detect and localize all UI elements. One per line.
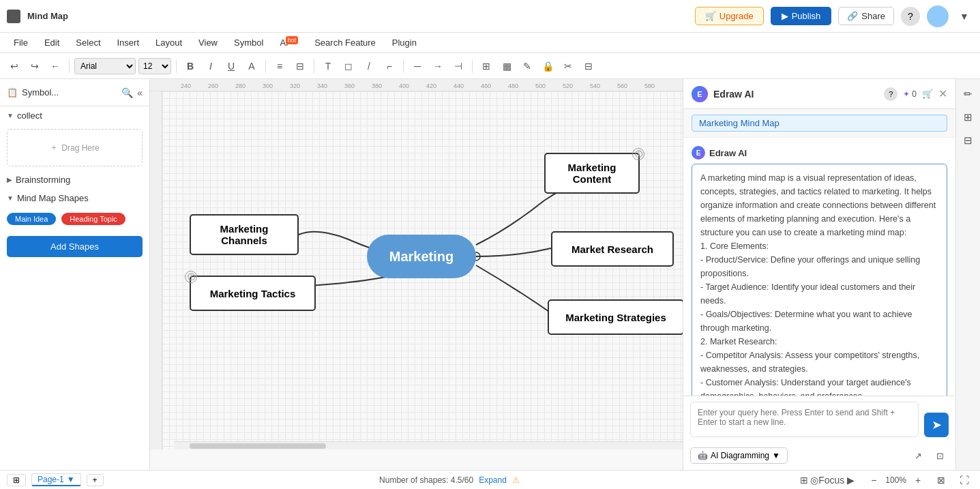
- fullscreen-button[interactable]: ⛶: [955, 471, 973, 489]
- collapse-icon[interactable]: «: [137, 87, 143, 98]
- italic-button[interactable]: I: [202, 57, 220, 75]
- arrow-button[interactable]: →: [429, 57, 447, 75]
- chip-heading-topic[interactable]: Heading Topic: [61, 213, 125, 225]
- marketing-content-info-icon[interactable]: ⓘ: [632, 148, 644, 160]
- menu-insert[interactable]: Insert: [110, 35, 147, 50]
- align2-button[interactable]: ⊟: [291, 57, 309, 75]
- ai-diagramming-button[interactable]: 🤖 AI Diagramming ▼: [690, 447, 788, 464]
- menu-symbol[interactable]: Symbol: [227, 35, 270, 50]
- ruler-horizontal: 240 260 280 300 320 340 360 380 400 420 …: [150, 79, 683, 91]
- upgrade-button[interactable]: 🛒 Upgrade: [695, 7, 764, 25]
- ai-help-icon[interactable]: ?: [884, 87, 897, 101]
- drag-here-box: ＋ Drag Here: [7, 129, 143, 166]
- menu-select[interactable]: Select: [69, 35, 107, 50]
- text-tool-button[interactable]: T: [319, 57, 337, 75]
- connector-button[interactable]: ⌐: [381, 57, 398, 75]
- underline-button[interactable]: U: [222, 57, 240, 75]
- ai-panel-title: Edraw AI: [713, 89, 878, 100]
- menu-file[interactable]: File: [7, 35, 35, 50]
- eraser-button[interactable]: ◻: [340, 57, 357, 75]
- ai-close-button[interactable]: ✕: [938, 87, 947, 100]
- add-shapes-button[interactable]: Add Shapes: [7, 236, 143, 257]
- chip-main-idea[interactable]: Main Idea: [7, 213, 56, 225]
- marketing-tactics-info-icon[interactable]: ⓘ: [185, 271, 197, 283]
- menu-layout[interactable]: Layout: [149, 35, 189, 50]
- scrollbar-thumb[interactable]: [190, 443, 326, 449]
- grid-button[interactable]: ⊟: [580, 57, 597, 75]
- ai-footer-icon-1[interactable]: ↗: [909, 447, 927, 464]
- node-marketing-content[interactable]: Marketing Content ⓘ: [544, 153, 640, 194]
- upgrade-icon: 🛒: [705, 11, 716, 21]
- drag-here-label: Drag Here: [61, 143, 99, 153]
- menu-search-feature[interactable]: Search Feature: [308, 35, 383, 50]
- node-marketing-strategies[interactable]: Marketing Strategies: [548, 299, 683, 335]
- redo-button[interactable]: ↪: [26, 57, 44, 75]
- section-brainstorming[interactable]: ▶ Brainstorming: [0, 171, 149, 189]
- line-style-button[interactable]: ─: [409, 57, 426, 75]
- page-chevron: ▼: [67, 475, 75, 484]
- page-view-button[interactable]: ⊞: [7, 474, 26, 486]
- canvas[interactable]: Marketing Marketing Channels Marketing C…: [162, 91, 683, 449]
- focus-button[interactable]: ◎ Focus: [818, 471, 836, 489]
- central-node[interactable]: Marketing: [367, 235, 476, 278]
- back-button[interactable]: ←: [46, 57, 64, 75]
- cart-icon[interactable]: 🛒: [922, 89, 933, 99]
- pen-button[interactable]: /: [360, 57, 378, 75]
- canvas-area[interactable]: 240 260 280 300 320 340 360 380 400 420 …: [150, 79, 683, 470]
- line-end-button[interactable]: ⊣: [449, 57, 467, 75]
- menu-plugin[interactable]: Plugin: [385, 35, 424, 50]
- ruler-vertical: [150, 91, 162, 449]
- expand-label[interactable]: Expand: [479, 475, 507, 485]
- ai-send-button[interactable]: ➤: [924, 413, 949, 437]
- node-marketing-tactics[interactable]: ⓘ Marketing Tactics: [190, 276, 316, 311]
- fit-button[interactable]: ⊠: [932, 471, 950, 489]
- add-page-button[interactable]: +: [87, 474, 104, 486]
- section-collect[interactable]: ▼ collect: [0, 106, 149, 125]
- horizontal-scrollbar[interactable]: [175, 441, 683, 449]
- zoom-out-button[interactable]: −: [865, 471, 882, 489]
- current-page-button[interactable]: Page-1 ▼: [31, 473, 81, 486]
- node-market-research[interactable]: Market Research: [551, 231, 674, 267]
- search-icon[interactable]: 🔍: [121, 87, 133, 98]
- font-size-select[interactable]: 12: [138, 58, 171, 74]
- font-family-select[interactable]: Arial: [74, 58, 136, 74]
- section-mind-map-shapes[interactable]: ▼ Mind Map Shapes: [0, 189, 149, 207]
- align-button[interactable]: ≡: [271, 57, 288, 75]
- shape-edit-button[interactable]: ✎: [518, 57, 536, 75]
- table-button[interactable]: ▦: [498, 57, 516, 75]
- arrange-button[interactable]: ⊞: [477, 57, 495, 75]
- lock-button[interactable]: 🔒: [539, 57, 556, 75]
- counter-badge: ✦ 0: [903, 89, 917, 99]
- zoom-level-label: 100%: [885, 475, 906, 485]
- bold-button[interactable]: B: [181, 57, 199, 75]
- menu-ai[interactable]: AIhot: [273, 35, 305, 50]
- toolbar-sep-2: [176, 59, 177, 73]
- panel-header: 📋 Symbol... 🔍 «: [0, 79, 149, 106]
- help-button[interactable]: ?: [901, 7, 920, 26]
- scissors-button[interactable]: ✂: [559, 57, 577, 75]
- statusbar: ⊞ Page-1 ▼ + Number of shapes: 4.5/60 Ex…: [0, 470, 980, 489]
- drag-plus-icon: ＋: [50, 142, 58, 153]
- publish-button[interactable]: ▶ Publish: [771, 7, 832, 25]
- menu-edit[interactable]: Edit: [38, 35, 66, 50]
- share-button[interactable]: 🔗 Share: [838, 7, 894, 25]
- font-color-button[interactable]: A: [243, 57, 261, 75]
- edraw-ai-logo: E: [692, 86, 708, 102]
- ai-msg-body: A marketing mind map is a visual represe…: [692, 164, 947, 396]
- toolbar-sep-4: [314, 59, 314, 73]
- right-grid-icon[interactable]: ⊟: [959, 131, 978, 150]
- zoom-in-button[interactable]: +: [909, 471, 927, 489]
- undo-button[interactable]: ↩: [5, 57, 23, 75]
- mind-map-container: Marketing Marketing Channels Marketing C…: [183, 112, 683, 371]
- ai-conversation[interactable]: E Edraw AI A marketing mind map is a vis…: [683, 138, 955, 396]
- avatar[interactable]: [927, 5, 949, 27]
- menu-view[interactable]: View: [192, 35, 224, 50]
- playback-button[interactable]: ▶: [842, 471, 859, 489]
- more-button[interactable]: ▼: [955, 8, 973, 25]
- right-layout-icon[interactable]: ⊞: [959, 108, 978, 127]
- ai-query-input[interactable]: [690, 402, 919, 437]
- node-marketing-channels[interactable]: Marketing Channels: [190, 214, 299, 255]
- right-edit-icon[interactable]: ✏: [959, 85, 978, 104]
- ai-footer-icon-2[interactable]: ⊡: [931, 447, 949, 464]
- toolbar-sep-3: [265, 59, 266, 73]
